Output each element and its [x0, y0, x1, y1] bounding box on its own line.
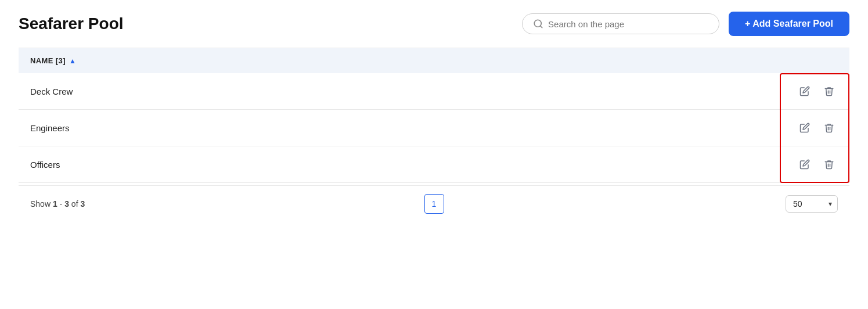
range-end: 3 [64, 199, 69, 209]
row-name-deck-crew: Deck Crew [30, 87, 73, 96]
table-header: NAME [3] ▲ [19, 48, 849, 73]
edit-button-engineers[interactable] [796, 120, 813, 135]
row-actions-officers [796, 157, 838, 172]
range-separator: - [60, 199, 65, 209]
show-info: Show 1 - 3 of 3 [30, 199, 85, 209]
edit-button-officers[interactable] [796, 157, 813, 172]
show-label: Show [30, 199, 51, 209]
search-icon [533, 19, 543, 29]
seafarer-pool-table: NAME [3] ▲ Deck Crew [19, 48, 849, 217]
row-actions-deck-crew [796, 84, 838, 99]
table-rows-container: Deck Crew [19, 73, 849, 183]
per-page-select[interactable]: 10 25 50 100 [786, 195, 838, 213]
table-row: Deck Crew [19, 73, 849, 110]
edit-button-deck-crew[interactable] [796, 84, 813, 99]
search-input[interactable] [548, 19, 708, 29]
page-1-button[interactable]: 1 [424, 194, 444, 214]
per-page-selector: 10 25 50 100 ▾ [786, 195, 838, 213]
row-actions-engineers [796, 120, 838, 135]
delete-button-engineers[interactable] [820, 120, 838, 135]
delete-button-officers[interactable] [820, 157, 838, 172]
table-row: Officers [19, 146, 849, 183]
table-footer: Show 1 - 3 of 3 1 10 25 50 [19, 185, 849, 217]
search-container [522, 13, 719, 34]
row-name-officers: Officers [30, 160, 60, 170]
range-start: 1 [53, 199, 57, 209]
name-column-label: NAME [3] [30, 56, 66, 65]
page-title: Seafarer Pool [19, 15, 124, 33]
svg-line-1 [541, 26, 542, 27]
row-name-engineers: Engineers [30, 123, 70, 133]
total-count: 3 [80, 199, 85, 209]
name-column-header[interactable]: NAME [3] ▲ [30, 56, 76, 65]
of-label: of [71, 199, 81, 209]
sort-ascending-icon: ▲ [69, 57, 76, 65]
pagination: 1 [424, 194, 444, 214]
add-seafarer-pool-button[interactable]: + Add Seafarer Pool [729, 12, 849, 36]
delete-button-deck-crew[interactable] [820, 84, 838, 99]
table-row: Engineers [19, 110, 849, 146]
